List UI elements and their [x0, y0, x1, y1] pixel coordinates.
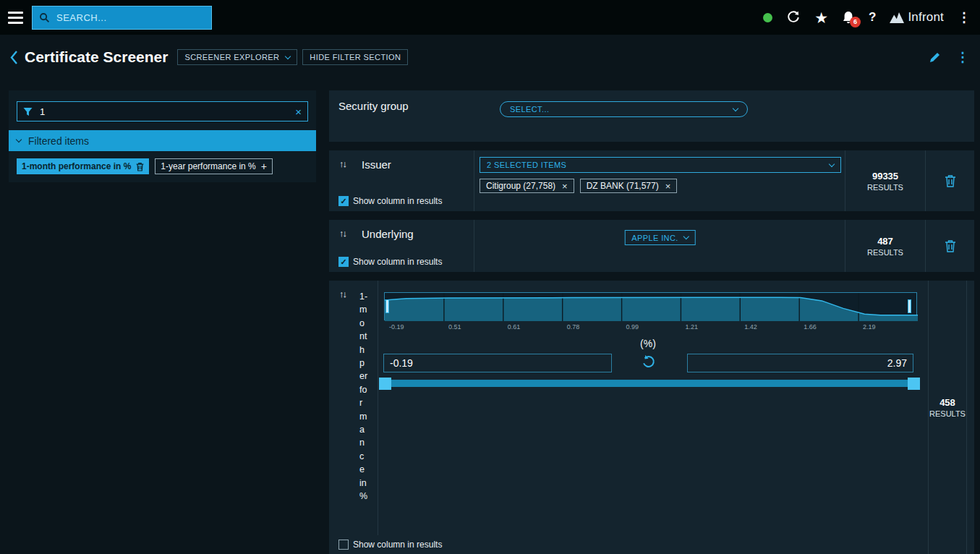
- hamburger-menu-icon[interactable]: [8, 12, 23, 24]
- issuer-content-zone: 2 SELECTED ITEMS Citigroup (27,758) × DZ…: [475, 150, 845, 211]
- tag-label: Citigroup (27,758): [486, 181, 555, 191]
- tick-label: 1.66: [804, 323, 817, 331]
- underlying-results: 487 RESULTS: [845, 220, 926, 272]
- show-column-label: Show column in results: [353, 257, 442, 267]
- filter-search-box[interactable]: ×: [17, 101, 308, 122]
- tick-label: 0.78: [567, 323, 580, 331]
- screener-explorer-dropdown[interactable]: SCREENER EXPLORER: [177, 49, 297, 65]
- issuer-dropdown-value: 2 SELECTED ITEMS: [487, 161, 566, 169]
- remove-tag-icon[interactable]: ×: [665, 182, 671, 191]
- filtered-items-header[interactable]: Filtered items: [9, 130, 316, 151]
- histogram-max-handle[interactable]: [908, 299, 911, 313]
- chip-1-year-performance[interactable]: 1-year performance in % +: [155, 158, 273, 174]
- filter-search-input[interactable]: [38, 106, 289, 118]
- results-count: 487: [877, 236, 893, 247]
- topbar: ★ 6 ? Infront ⋮: [0, 0, 980, 35]
- refresh-icon[interactable]: [786, 10, 801, 25]
- filter-explorer-panel: × Filtered items 1-month performance in …: [9, 90, 316, 182]
- slider-max-handle[interactable]: [908, 378, 920, 390]
- screener-explorer-label: SCREENER EXPLORER: [184, 53, 279, 61]
- clear-filter-icon[interactable]: ×: [295, 106, 302, 117]
- filtered-items-label: Filtered items: [28, 135, 89, 147]
- header-kebab-menu-icon[interactable]: ⋮: [956, 51, 969, 64]
- search-icon: [39, 12, 50, 23]
- underlying-label-zone: ↑↓ Underlying ✓ Show column in results: [329, 220, 474, 272]
- show-column-toggle[interactable]: ✓ Show column in results: [338, 196, 442, 206]
- select-placeholder: SELECT...: [510, 105, 549, 114]
- add-plus-icon[interactable]: +: [261, 161, 267, 171]
- tag-label: DZ BANK (71,577): [587, 181, 659, 191]
- issuer-results: 99335 RESULTS: [845, 150, 926, 211]
- results-label: RESULTS: [867, 183, 903, 192]
- performance-label-zone: ↑↓ 1-month performance in %: [329, 281, 378, 535]
- range-min-input[interactable]: [383, 354, 612, 372]
- checkbox-icon[interactable]: ✓: [338, 257, 349, 267]
- help-icon[interactable]: ?: [869, 10, 876, 25]
- histogram: [384, 292, 917, 320]
- hide-filter-section-button[interactable]: HIDE FILTER SECTION: [302, 49, 408, 65]
- performance-filter-section: ↑↓ 1-month performance in % -0.190.510.6…: [329, 281, 974, 554]
- underlying-delete-button[interactable]: [926, 220, 974, 272]
- range-slider[interactable]: [379, 378, 920, 390]
- infront-mountain-icon: [890, 12, 904, 23]
- performance-content-zone: -0.190.510.610.780.991.211.421.662.19 (%…: [379, 281, 928, 554]
- sort-icon[interactable]: ↑↓: [339, 289, 346, 299]
- slider-min-handle[interactable]: [379, 378, 391, 390]
- search-input[interactable]: [55, 12, 205, 24]
- histogram-svg: [385, 293, 918, 321]
- collapse-chevron-icon: [16, 137, 22, 142]
- filter-name: Issuer: [362, 158, 391, 171]
- reset-range-icon[interactable]: [642, 354, 656, 369]
- security-group-label: Security group: [338, 100, 409, 112]
- filter-name: Underlying: [362, 228, 414, 240]
- tick-label: 0.99: [626, 323, 639, 331]
- issuer-label-zone: ↑↓ Issuer ✓ Show column in results: [329, 150, 474, 211]
- underlying-dropdown[interactable]: APPLE INC.: [624, 230, 696, 245]
- tag-citigroup[interactable]: Citigroup (27,758) ×: [480, 179, 574, 193]
- topbar-kebab-menu-icon[interactable]: ⋮: [958, 11, 971, 24]
- hide-filter-label: HIDE FILTER SECTION: [310, 53, 401, 61]
- show-column-toggle[interactable]: ✓ Show column in results: [338, 540, 442, 550]
- issuer-delete-button[interactable]: [926, 150, 974, 211]
- tag-dz-bank[interactable]: DZ BANK (71,577) ×: [580, 179, 678, 193]
- show-column-label: Show column in results: [353, 540, 442, 550]
- favorites-star-icon[interactable]: ★: [814, 10, 828, 25]
- notifications-bell-icon[interactable]: 6: [842, 11, 855, 25]
- slider-track[interactable]: [384, 380, 916, 387]
- chip-1-month-performance[interactable]: 1-month performance in %: [17, 158, 149, 174]
- sort-icon[interactable]: ↑↓: [339, 228, 346, 239]
- tick-label: -0.19: [389, 323, 404, 331]
- edit-pencil-icon[interactable]: [929, 51, 941, 64]
- chevron-down-icon: [683, 234, 689, 239]
- histogram-min-handle[interactable]: [385, 299, 389, 313]
- remove-tag-icon[interactable]: ×: [562, 182, 568, 191]
- histogram-area: [385, 297, 918, 321]
- show-column-toggle[interactable]: ✓ Show column in results: [338, 257, 442, 267]
- issuer-filter-section: ↑↓ Issuer ✓ Show column in results 2 SEL…: [329, 150, 974, 211]
- header-actions: ⋮: [929, 51, 980, 64]
- brand-name: Infront: [908, 10, 944, 25]
- chip-label: 1-month performance in %: [22, 161, 131, 171]
- screener-main: Security group SELECT... ↑↓ Issuer ✓ Sho…: [329, 90, 974, 554]
- tick-label: 1.21: [685, 323, 698, 331]
- issuer-dropdown[interactable]: 2 SELECTED ITEMS: [480, 157, 841, 173]
- trash-icon[interactable]: [136, 162, 144, 171]
- topbar-actions: ★ 6 ? Infront ⋮: [763, 10, 980, 25]
- show-column-label: Show column in results: [353, 196, 442, 206]
- results-count: 458: [939, 397, 955, 408]
- unit-label: (%): [379, 338, 917, 349]
- brand-logo: Infront: [890, 10, 944, 25]
- trash-icon: [945, 174, 956, 187]
- sort-icon[interactable]: ↑↓: [339, 158, 346, 169]
- trash-icon: [945, 239, 956, 252]
- checkbox-icon[interactable]: ✓: [338, 196, 349, 206]
- security-group-select[interactable]: SELECT...: [500, 101, 748, 117]
- back-chevron-icon[interactable]: [9, 50, 18, 65]
- global-search[interactable]: [32, 6, 212, 30]
- histogram-ticks: -0.190.510.610.780.991.211.421.662.19: [384, 323, 917, 332]
- results-label: RESULTS: [867, 248, 903, 257]
- page-title: Certificate Screener: [25, 48, 168, 66]
- checkbox-icon[interactable]: ✓: [338, 540, 349, 550]
- funnel-filter-icon: [23, 107, 33, 116]
- range-max-input[interactable]: [687, 354, 913, 372]
